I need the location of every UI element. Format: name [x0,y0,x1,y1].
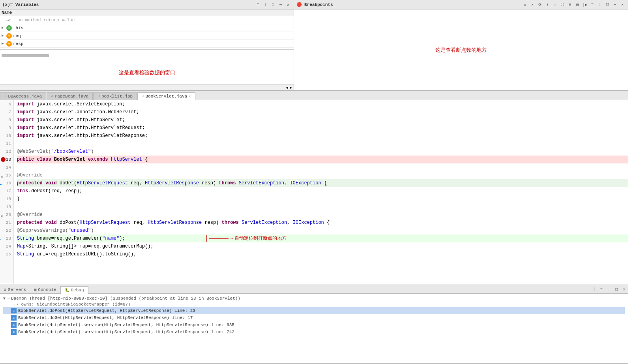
variables-panel-title: (x)= Variables [2,2,39,7]
debug-toolbar-right: | ≡ ↓ □ ✕ [590,285,628,293]
tab-bookservlet-close[interactable]: ✕ [189,94,191,99]
vars-toolbar-restore[interactable]: □ [270,2,276,8]
frame-1-icon: ≡ [11,315,17,321]
var-row-this[interactable]: ▶ ● this [0,24,294,32]
tab-booklist[interactable]: J booklist.jsp [93,92,137,100]
ln-19: 19 [0,203,13,211]
bp-toolbar-6[interactable]: ⭯ [559,2,566,8]
variables-inspect-text: 这是查看检验数据的窗口 [0,61,294,84]
frame-0-icon: ≡ [11,308,17,313]
bp-toolbar-9[interactable]: |▶ [582,2,588,8]
debug-tb-down[interactable]: ↓ [606,286,612,293]
vars-toolbar-close[interactable]: ✕ [285,2,291,8]
tab-console-icon: ▦ [34,287,36,292]
tab-bookservlet-icon: J [142,94,144,98]
bp-toolbar-close[interactable]: ✕ [619,2,626,8]
code-line-11 [17,140,628,148]
debug-frame-2[interactable]: ≡ BookServlet(HttpServlet).service(HttpS… [3,321,625,328]
tab-debug[interactable]: 🐛 Debug [60,286,88,294]
debug-frame-1[interactable]: ≡ BookServlet.doGet(HttpServletRequest, … [3,314,625,321]
ln-9: 9 [0,124,13,132]
bp-toolbar-7[interactable]: ⊞ [567,2,573,8]
vars-toolbar-down[interactable]: ↓ [262,2,269,8]
breakpoints-panel: 🔴 Breakpoints ✕ ✕ ⟳ ⬇ ⬆ ⭯ ⊞ ⊟ |▶ ≡ ↓ □ —… [294,0,628,90]
ln-25: 25 [0,250,13,258]
bp-toolbar-down[interactable]: ↓ [597,2,603,8]
ln-14: 14 [0,163,13,171]
tab-pagebean-label: PageBean.java [55,94,89,99]
req-expand[interactable]: ▶ [2,34,6,38]
code-line-24: Map<String, String[]> map=req.getParamet… [17,242,628,250]
debug-tb-restore[interactable]: □ [613,286,620,293]
ln-15: ◉ 15 [0,171,13,179]
ln-21: 21 [0,219,13,227]
debug-frame-0[interactable]: ≡ BookServlet.doPost(HttpServletRequest,… [3,307,625,314]
tab-console[interactable]: ▦ Console [30,286,60,293]
tab-bookservlet-label: BookServlet.java [146,94,187,99]
resp-icon: ● [6,41,12,47]
callout-bar [206,235,207,242]
bp-toolbar-minimize[interactable]: — [612,2,618,8]
code-area[interactable]: import javax.servlet.ServletException; i… [14,100,628,284]
bp-toolbar-8[interactable]: ⊟ [574,2,581,8]
vars-scroll-left[interactable]: ◀ [286,85,288,90]
resp-expand[interactable]: ▶ [2,41,6,46]
tab-bookservlet[interactable]: J BookServlet.java ✕ [137,92,195,100]
vars-toolbar-minimize[interactable]: — [277,2,284,8]
bp-toolbar-3[interactable]: ⟳ [537,2,543,8]
thread-expand[interactable]: ▼ [3,296,6,301]
debug-thread-item[interactable]: ▼ ⇉ Daemon Thread [http-nio-8080-exec-10… [3,295,625,302]
editor-tabs: J DBAccess.java J PageBean.java J bookli… [0,91,628,100]
vars-scroll-right[interactable]: ▶ [290,85,292,90]
var-row-req[interactable]: ▶ ● req [0,32,294,40]
var-row-no-method[interactable]: ↵• no method return value [0,16,294,24]
debug-tb-1[interactable]: | [591,286,597,293]
tab-servers-icon: ⚙ [4,287,6,292]
tab-pagebean[interactable]: J PageBean.java [47,92,93,100]
tab-dbaccess-icon: J [4,94,6,98]
bp-toolbar-collapse[interactable]: ≡ [589,2,596,8]
bp-toolbar-1[interactable]: ✕ [522,2,528,8]
code-line-10: import javax.servlet.http.HttpServletRes… [17,132,628,140]
code-line-18: } [17,195,628,203]
thread-owns-icon: ↵• [14,303,19,307]
callout-line [209,238,229,239]
debug-tb-collapse[interactable]: ≡ [598,286,605,293]
bp-toolbar-4[interactable]: ⬇ [544,2,551,8]
var-row-resp[interactable]: ▶ ● resp [0,40,294,48]
variables-panel-header: (x)= Variables ≡ ↓ □ — ✕ [0,0,294,9]
tab-debug-icon: 🐛 [65,288,69,293]
ln-8: 8 [0,116,13,124]
callout-arrow: → 自动定位到打断点的地方 [209,235,287,242]
variables-hscroll[interactable] [2,54,49,57]
frame-0-text: BookServlet.doPost(HttpServletRequest, H… [18,308,195,313]
ln-18: 18 [0,195,13,203]
breakpoints-panel-title: Breakpoints [304,2,333,7]
ln-23: ▷ 23 [0,235,13,242]
debug-thread-owns: ↵• owns: NioEndpoint$NioSocketWrapper (i… [3,302,625,307]
breakpoints-text: 这是查看断点数的地方 [435,47,487,54]
tab-servers[interactable]: ⚙ Servers [0,286,30,293]
vars-toolbar-collapse[interactable]: ≡ [255,2,261,8]
this-expand[interactable]: ▶ [2,26,6,30]
ln-17: 17 [0,187,13,195]
bp-toolbar-5[interactable]: ⬆ [552,2,558,8]
no-method-icon: ↵• [6,18,11,23]
debug-tb-close[interactable]: ✕ [621,286,627,293]
code-line-8: import javax.servlet.http.HttpServlet; [17,116,628,124]
debug-frame-3[interactable]: ≡ BookServlet(HttpServlet).service(HttpS… [3,328,625,336]
tab-dbaccess[interactable]: J DBAccess.java [0,92,46,100]
code-line-22: @SuppressWarnings("unused") [17,227,628,235]
tab-booklist-label: booklist.jsp [101,94,133,99]
callout-arrowhead: → [230,235,233,242]
ln-6: 6 [0,100,13,108]
req-icon: ● [6,33,12,39]
bp-toolbar-restore[interactable]: □ [604,2,611,8]
ln-13[interactable]: 13 [0,156,13,163]
bp-toolbar-2[interactable]: ✕ [529,2,536,8]
top-panels: (x)= Variables ≡ ↓ □ — ✕ Name ↵• no meth… [0,0,628,91]
resp-name: resp [13,41,292,46]
frame-1-text: BookServlet.doGet(HttpServletRequest, Ht… [18,315,193,320]
code-line-9: import javax.servlet.http.HttpServletReq… [17,124,628,132]
editor-area: J DBAccess.java J PageBean.java J bookli… [0,91,628,284]
